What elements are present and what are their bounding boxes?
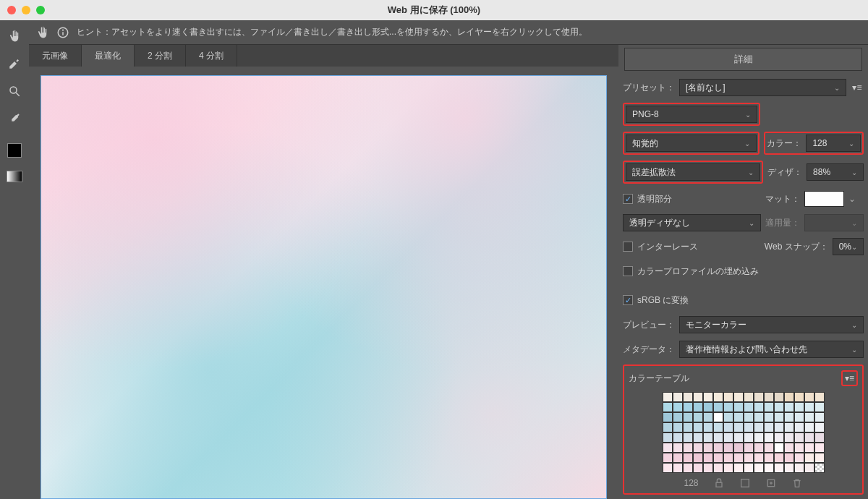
color-swatch[interactable] xyxy=(723,392,733,402)
color-swatch[interactable] xyxy=(723,422,733,432)
matte-swatch[interactable] xyxy=(804,191,844,207)
color-swatch[interactable] xyxy=(713,422,723,432)
color-swatch[interactable] xyxy=(754,422,764,432)
minimize-window-button[interactable] xyxy=(22,6,30,14)
color-swatch[interactable] xyxy=(713,463,723,473)
color-swatch[interactable] xyxy=(703,412,713,422)
color-swatch[interactable] xyxy=(784,453,794,463)
color-swatch[interactable] xyxy=(744,463,754,473)
transparency-checkbox[interactable] xyxy=(623,194,633,204)
color-reduction-dropdown[interactable]: 知覚的⌄ xyxy=(626,135,757,152)
lock-icon[interactable] xyxy=(713,477,725,489)
color-swatch[interactable] xyxy=(804,402,814,412)
color-swatch[interactable] xyxy=(663,392,673,402)
color-swatch[interactable] xyxy=(814,422,825,432)
detail-button[interactable]: 詳細 xyxy=(624,48,862,71)
color-swatch[interactable] xyxy=(784,422,794,432)
color-swatch[interactable] xyxy=(804,453,814,463)
color-swatch[interactable] xyxy=(683,463,693,473)
color-swatch[interactable] xyxy=(693,463,703,473)
color-swatch[interactable] xyxy=(703,392,713,402)
format-dropdown[interactable]: PNG-8⌄ xyxy=(626,106,757,123)
preview-canvas[interactable] xyxy=(41,75,607,499)
maximize-window-button[interactable] xyxy=(36,6,45,14)
colors-dropdown[interactable]: 128⌄ xyxy=(806,135,861,152)
color-swatch[interactable] xyxy=(663,422,673,432)
color-swatch[interactable] xyxy=(744,392,754,402)
color-swatch[interactable] xyxy=(673,432,683,443)
color-swatch[interactable] xyxy=(733,402,744,412)
color-swatch[interactable] xyxy=(693,402,703,412)
transparency-dither-dropdown[interactable]: 透明ディザなし⌄ xyxy=(623,214,761,231)
color-swatch[interactable] xyxy=(703,453,713,463)
color-swatch[interactable] xyxy=(723,432,733,443)
color-swatch[interactable] xyxy=(804,443,814,453)
color-swatch[interactable] xyxy=(713,453,723,463)
color-swatch[interactable] xyxy=(794,412,804,422)
preview-dropdown[interactable]: モニターカラー⌄ xyxy=(679,316,864,333)
color-swatch[interactable] xyxy=(663,453,673,463)
color-swatch[interactable] xyxy=(673,412,683,422)
color-swatch[interactable] xyxy=(703,463,713,473)
slice-tool-icon[interactable] xyxy=(6,55,23,72)
color-swatch[interactable] xyxy=(693,453,703,463)
color-swatch[interactable] xyxy=(764,432,774,443)
srgb-checkbox[interactable] xyxy=(623,295,633,305)
color-swatch[interactable] xyxy=(663,402,673,412)
color-swatch[interactable] xyxy=(774,402,784,412)
metadata-dropdown[interactable]: 著作権情報および問い合わせ先⌄ xyxy=(679,341,864,358)
color-swatch[interactable] xyxy=(764,402,774,412)
color-swatch[interactable] xyxy=(733,432,744,443)
color-swatch[interactable] xyxy=(693,392,703,402)
color-swatch[interactable] xyxy=(663,443,673,453)
foreground-color-swatch[interactable] xyxy=(7,143,22,158)
tab-4up[interactable]: 4 分割 xyxy=(186,45,237,67)
color-swatch[interactable] xyxy=(774,392,784,402)
color-swatch[interactable] xyxy=(814,443,825,453)
color-swatch[interactable] xyxy=(754,412,764,422)
preset-dropdown[interactable]: [名前なし]⌄ xyxy=(679,79,846,96)
color-swatch[interactable] xyxy=(683,453,693,463)
color-swatch[interactable] xyxy=(764,412,774,422)
color-swatch[interactable] xyxy=(814,453,825,463)
embed-profile-checkbox[interactable] xyxy=(623,266,633,276)
color-swatch[interactable] xyxy=(703,443,713,453)
color-swatch[interactable] xyxy=(814,463,825,473)
color-swatch[interactable] xyxy=(744,453,754,463)
map-icon[interactable] xyxy=(739,477,751,489)
color-swatch[interactable] xyxy=(693,443,703,453)
color-swatch[interactable] xyxy=(794,432,804,443)
color-swatch[interactable] xyxy=(764,422,774,432)
color-swatch[interactable] xyxy=(814,402,825,412)
color-swatch[interactable] xyxy=(754,463,764,473)
color-swatch[interactable] xyxy=(784,412,794,422)
color-swatch[interactable] xyxy=(774,453,784,463)
color-swatch[interactable] xyxy=(804,463,814,473)
tab-2up[interactable]: 2 分割 xyxy=(135,45,186,67)
color-swatch[interactable] xyxy=(723,412,733,422)
color-swatch[interactable] xyxy=(744,402,754,412)
color-table-menu-icon[interactable]: ▾≡ xyxy=(841,370,858,386)
color-swatch[interactable] xyxy=(673,463,683,473)
color-swatch[interactable] xyxy=(774,412,784,422)
color-swatch[interactable] xyxy=(794,392,804,402)
color-swatch[interactable] xyxy=(774,432,784,443)
color-swatch[interactable] xyxy=(733,443,744,453)
color-swatch[interactable] xyxy=(723,402,733,412)
color-swatch[interactable] xyxy=(683,412,693,422)
color-swatch[interactable] xyxy=(703,432,713,443)
color-swatch[interactable] xyxy=(723,453,733,463)
color-swatch[interactable] xyxy=(764,443,774,453)
color-swatch[interactable] xyxy=(673,392,683,402)
color-swatch[interactable] xyxy=(673,402,683,412)
tab-optimized[interactable]: 最適化 xyxy=(82,45,135,67)
preset-menu-icon[interactable]: ▾≡ xyxy=(851,82,864,93)
interlace-checkbox[interactable] xyxy=(623,242,633,252)
color-swatch[interactable] xyxy=(713,402,723,412)
color-swatch[interactable] xyxy=(744,432,754,443)
color-swatch[interactable] xyxy=(703,422,713,432)
color-swatch[interactable] xyxy=(794,443,804,453)
color-swatch[interactable] xyxy=(733,453,744,463)
dither-value-dropdown[interactable]: 88%⌄ xyxy=(807,163,864,181)
color-swatch[interactable] xyxy=(804,422,814,432)
